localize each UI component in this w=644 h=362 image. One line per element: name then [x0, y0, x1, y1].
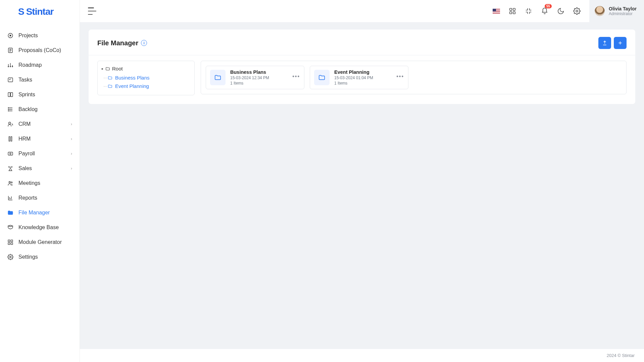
sidebar: SStintar Projects Proposals (CoCo) Roadm…: [0, 0, 80, 362]
content: File Manager i ▸: [80, 22, 644, 362]
more-icon[interactable]: •••: [292, 73, 300, 80]
hrm-icon: [7, 136, 13, 142]
upload-button[interactable]: [598, 37, 611, 49]
tree-root[interactable]: ▸ Root: [102, 66, 190, 71]
svg-rect-24: [513, 8, 515, 10]
folder-card[interactable]: Event Planning 15-03-2024 01:04 PM 1 Ite…: [310, 66, 408, 89]
tree-root-label: Root: [112, 66, 123, 71]
sidebar-item-meetings[interactable]: Meetings: [0, 176, 80, 191]
sidebar-item-label: Sales: [18, 165, 32, 171]
brand-name: Stintar: [26, 6, 54, 17]
sidebar-item-payroll[interactable]: Payroll ›: [0, 146, 80, 161]
folder-name: Event Planning: [334, 69, 373, 75]
svg-rect-5: [8, 78, 13, 82]
brand-glyph-icon: S: [18, 6, 24, 17]
more-icon[interactable]: •••: [396, 73, 404, 80]
main: 55 Olivia Taylor Administrator: [80, 0, 644, 362]
payroll-icon: [7, 151, 13, 157]
sidebar-item-label: Payroll: [18, 151, 35, 157]
folder-grid: Business Plans 15-03-2024 12:34 PM 1 Ite…: [201, 61, 627, 94]
chevron-right-icon: ›: [71, 122, 72, 126]
svg-rect-25: [510, 12, 512, 14]
sidebar-item-label: Module Generator: [18, 239, 62, 245]
brand-logo[interactable]: SStintar: [0, 0, 80, 23]
sidebar-item-label: Sprints: [18, 92, 35, 98]
folder-date: 15-03-2024 01:04 PM: [334, 75, 373, 80]
sidebar-item-sprints[interactable]: Sprints: [0, 87, 80, 102]
svg-rect-12: [9, 137, 10, 141]
user-name: Olivia Taylor: [609, 6, 637, 11]
roadmap-icon: [7, 62, 13, 68]
sidebar-item-label: Backlog: [18, 106, 38, 112]
svg-rect-6: [8, 93, 10, 97]
footer-text: 2024 © Stintar: [607, 353, 635, 358]
sidebar-item-label: Settings: [18, 254, 38, 260]
module-icon: [7, 239, 13, 245]
sidebar-item-backlog[interactable]: Backlog: [0, 102, 80, 117]
folder-card[interactable]: Business Plans 15-03-2024 12:34 PM 1 Ite…: [206, 66, 304, 89]
add-button[interactable]: [614, 37, 627, 49]
svg-rect-7: [11, 93, 13, 97]
dark-mode-icon[interactable]: [557, 7, 564, 15]
tasks-icon: [7, 77, 13, 83]
sidebar-item-knowledge[interactable]: Knowledge Base: [0, 220, 80, 235]
svg-point-15: [10, 153, 11, 154]
tree-item[interactable]: Business Plans: [108, 73, 190, 82]
meetings-icon: [7, 180, 13, 186]
folder-date: 15-03-2024 12:34 PM: [230, 75, 269, 80]
sidebar-item-project[interactable]: Projects: [0, 28, 80, 43]
sidebar-item-label: CRM: [18, 121, 31, 127]
sidebar-item-label: Roadmap: [18, 62, 42, 68]
backlog-icon: [7, 106, 13, 112]
minimize-icon[interactable]: [525, 7, 532, 15]
sidebar-item-module[interactable]: Module Generator: [0, 235, 80, 250]
settings-icon: [7, 254, 13, 260]
settings-icon[interactable]: [573, 7, 581, 15]
sidebar-item-hrm[interactable]: HRM ›: [0, 132, 80, 146]
sidebar-item-label: HRM: [18, 136, 31, 142]
crm-icon: [7, 121, 13, 127]
sidebar-item-filemanager[interactable]: File Manager: [0, 205, 80, 220]
svg-rect-13: [11, 137, 12, 141]
svg-rect-26: [513, 12, 515, 14]
sidebar-item-label: File Manager: [18, 210, 50, 216]
filemanager-icon: [7, 210, 13, 216]
menu-toggle-icon[interactable]: [88, 7, 97, 15]
folder-name: Business Plans: [230, 69, 269, 75]
folder-item-count: 1 Items: [230, 81, 269, 86]
svg-rect-23: [510, 8, 512, 10]
svg-rect-20: [8, 243, 10, 245]
apps-icon[interactable]: [509, 7, 516, 15]
svg-point-11: [9, 122, 11, 124]
tree-item[interactable]: Event Planning: [108, 82, 190, 90]
sidebar-item-crm[interactable]: CRM ›: [0, 117, 80, 132]
sprints-icon: [7, 92, 13, 98]
svg-rect-14: [8, 152, 13, 155]
bell-icon[interactable]: 55: [541, 7, 548, 15]
sales-icon: [7, 165, 13, 171]
language-flag-icon[interactable]: [493, 9, 500, 14]
proposal-icon: [7, 47, 13, 53]
page-title: File Manager: [97, 39, 138, 47]
sidebar-item-roadmap[interactable]: Roadmap: [0, 58, 80, 72]
footer: 2024 © Stintar: [80, 349, 644, 362]
sidebar-item-label: Proposals (CoCo): [18, 47, 61, 53]
svg-rect-21: [11, 243, 13, 245]
svg-point-27: [576, 10, 578, 12]
folder-icon: [314, 70, 330, 85]
tree-item-label: Event Planning: [115, 83, 149, 89]
notification-badge: 55: [545, 4, 552, 8]
sidebar-item-reports[interactable]: Reports: [0, 191, 80, 205]
sidebar-item-settings[interactable]: Settings: [0, 250, 80, 264]
sidebar-item-tasks[interactable]: Tasks: [0, 72, 80, 87]
svg-point-17: [11, 182, 12, 183]
sidebar-item-proposal[interactable]: Proposals (CoCo): [0, 43, 80, 58]
svg-point-22: [10, 256, 11, 258]
info-icon[interactable]: i: [141, 40, 147, 46]
file-manager-panel: File Manager i ▸: [89, 30, 635, 104]
topbar: 55 Olivia Taylor Administrator: [80, 0, 644, 22]
user-menu[interactable]: Olivia Taylor Administrator: [589, 0, 644, 22]
sidebar-item-sales[interactable]: Sales ›: [0, 161, 80, 176]
user-role: Administrator: [609, 11, 637, 16]
sidebar-item-label: Meetings: [18, 180, 40, 186]
